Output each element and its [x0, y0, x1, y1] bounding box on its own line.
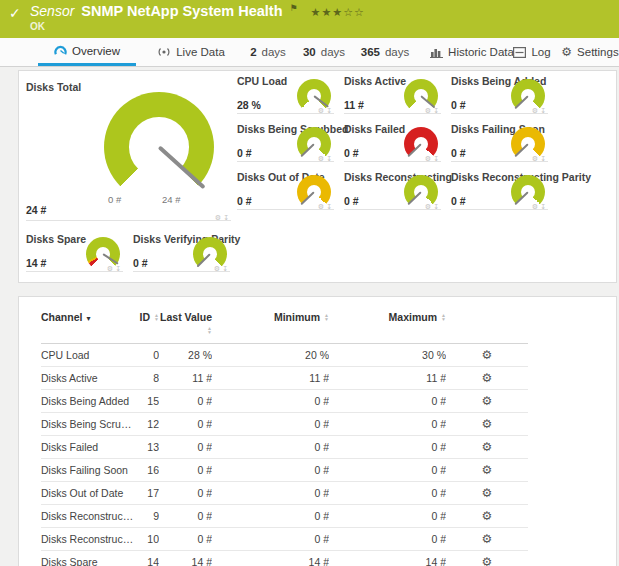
priority-stars[interactable]: ★★★☆☆: [311, 6, 365, 19]
tab-settings[interactable]: ⚙Settings: [562, 38, 618, 66]
sort-icon[interactable]: ▲▼: [441, 313, 446, 322]
pin-icon: ↧: [433, 107, 441, 114]
gauge-panel-cpu-load[interactable]: CPU Load28 %⚙↧: [237, 75, 334, 114]
tab-log[interactable]: Log: [508, 38, 556, 66]
cell-channel[interactable]: Disks Reconstructing: [41, 505, 136, 528]
gauge-title: Disks Total: [26, 81, 231, 93]
cell-channel[interactable]: Disks Reconstructing P...: [41, 528, 136, 551]
pin-icon: ↧: [540, 107, 548, 114]
cell-channel[interactable]: Disks Active: [41, 367, 136, 390]
channel-settings-gear-icon[interactable]: ⚙: [446, 390, 528, 413]
cell-id: 10: [136, 528, 159, 551]
ok-check-icon: ✓: [9, 5, 21, 21]
gauge-panel-disks-being-added[interactable]: Disks Being Added0 #⚙↧: [451, 75, 548, 114]
cell-channel[interactable]: Disks Failed: [41, 436, 136, 459]
channel-settings-gear-icon[interactable]: ⚙: [446, 459, 528, 482]
panel-corner-icons[interactable]: ⚙↧: [215, 214, 231, 222]
panel-corner-icons[interactable]: ⚙↧: [532, 203, 548, 211]
bar-chart-icon: [430, 46, 443, 58]
column-header-channel[interactable]: Channel▾: [41, 309, 136, 344]
pin-icon: ↧: [326, 203, 334, 210]
table-row: Disks Being Scrubbed120 #0 #0 #⚙: [41, 413, 528, 436]
gauge-panel-disks-being-scrubbed[interactable]: Disks Being Scrubbed0 #⚙↧: [237, 123, 334, 162]
gear-icon: ⚙: [318, 203, 326, 210]
gauge-value: 0 #: [237, 195, 252, 207]
panel-corner-icons[interactable]: ⚙↧: [214, 265, 230, 273]
channel-settings-gear-icon[interactable]: ⚙: [446, 413, 528, 436]
cell-id: 13: [136, 436, 159, 459]
gauge-needle: [515, 143, 529, 157]
sensor-kind-label: Sensor: [30, 3, 74, 19]
tab-historic-data[interactable]: Historic Data: [428, 38, 516, 66]
panel-corner-icons[interactable]: ⚙↧: [425, 155, 441, 163]
channel-settings-gear-icon[interactable]: ⚙: [446, 367, 528, 390]
flag-icon[interactable]: ⚑: [290, 3, 298, 13]
gauge-panel-disks-out-of-date[interactable]: Disks Out of Date0 #⚙↧: [237, 171, 334, 210]
channel-settings-gear-icon[interactable]: ⚙: [446, 482, 528, 505]
tab-overview[interactable]: Overview: [38, 38, 136, 66]
tab-bar: OverviewLive Data2days30days365daysHisto…: [0, 38, 619, 67]
panel-corner-icons[interactable]: ⚙↧: [425, 107, 441, 115]
cell-channel[interactable]: Disks Spare: [41, 551, 136, 566]
gear-icon: ⚙: [214, 265, 222, 272]
sensor-title: SNMP NetApp System Health: [81, 3, 282, 19]
gauge-panel-disks-reconstructing[interactable]: Disks Reconstructing0 #⚙↧: [344, 171, 441, 210]
cell-id: 14: [136, 551, 159, 566]
cell-minimum: 0 #: [212, 482, 329, 505]
gauge-value: 0 #: [451, 195, 466, 207]
cell-minimum: 20 %: [212, 344, 329, 367]
gear-icon: ⚙: [318, 107, 326, 114]
gauge-panel-disks-failed[interactable]: Disks Failed0 #⚙↧: [344, 123, 441, 162]
panel-corner-icons[interactable]: ⚙↧: [107, 265, 123, 273]
gauge-value: 0 #: [344, 147, 359, 159]
gauge-panel-disks-verifying-parity[interactable]: Disks Verifying Parity0 #⚙↧: [133, 233, 230, 272]
gear-icon: ⚙: [318, 155, 326, 162]
channel-settings-gear-icon[interactable]: ⚙: [446, 551, 528, 566]
table-row: Disks Failed130 #0 #0 #⚙: [41, 436, 528, 459]
channel-settings-gear-icon[interactable]: ⚙: [446, 528, 528, 551]
panel-corner-icons[interactable]: ⚙↧: [532, 107, 548, 115]
gauges-panel: Disks Total 0 # 24 # 24 # ⚙↧ CPU Load28 …: [18, 70, 617, 283]
panel-corner-icons[interactable]: ⚙↧: [318, 203, 334, 211]
tab-live-data[interactable]: Live Data: [148, 38, 234, 66]
channel-settings-gear-icon[interactable]: ⚙: [446, 505, 528, 528]
gear-icon: ⚙: [425, 203, 433, 210]
channel-settings-gear-icon[interactable]: ⚙: [446, 344, 528, 367]
panel-corner-icons[interactable]: ⚙↧: [532, 155, 548, 163]
table-row: CPU Load028 %20 %30 %⚙: [41, 344, 528, 367]
cell-channel[interactable]: Disks Being Scrubbed: [41, 413, 136, 436]
cell-channel[interactable]: Disks Being Added: [41, 390, 136, 413]
panel-corner-icons[interactable]: ⚙↧: [318, 107, 334, 115]
gauge-panel-disks-reconstructing-parity[interactable]: Disks Reconstructing Parity0 #⚙↧: [451, 171, 548, 210]
sort-icon[interactable]: ▲▼: [154, 313, 159, 322]
cell-id: 0: [136, 344, 159, 367]
channel-settings-gear-icon[interactable]: ⚙: [446, 436, 528, 459]
disks-total-gauge: [104, 92, 214, 202]
cell-channel[interactable]: CPU Load: [41, 344, 136, 367]
gauge-needle: [158, 146, 206, 189]
gauge-panel-disks-total[interactable]: Disks Total 0 # 24 # 24 # ⚙↧: [26, 81, 231, 221]
gauge-panel-disks-failing-soon[interactable]: Disks Failing Soon0 #⚙↧: [451, 123, 548, 162]
column-header-id[interactable]: ID▲▼: [136, 309, 159, 344]
cell-minimum: 0 #: [212, 459, 329, 482]
sort-icon[interactable]: ▲▼: [324, 313, 329, 322]
column-header-last-value[interactable]: Last Value▲▼: [159, 309, 212, 344]
gear-icon: ⚙: [107, 265, 115, 272]
column-header-minimum[interactable]: Minimum▲▼: [212, 309, 329, 344]
tab-days[interactable]: 2days: [246, 38, 290, 66]
cell-last-value: 0 #: [159, 482, 212, 505]
panel-corner-icons[interactable]: ⚙↧: [425, 203, 441, 211]
tab-days[interactable]: 30days: [297, 38, 351, 66]
tab-days[interactable]: 365days: [352, 38, 418, 66]
cell-last-value: 14 #: [159, 551, 212, 566]
gauge-panel-disks-active[interactable]: Disks Active11 #⚙↧: [344, 75, 441, 114]
sort-icon[interactable]: ▲▼: [207, 326, 212, 335]
gauge-panel-disks-spare[interactable]: Disks Spare14 #⚙↧: [26, 233, 123, 272]
gear-icon: ⚙: [425, 107, 433, 114]
panel-corner-icons[interactable]: ⚙↧: [318, 155, 334, 163]
column-header-maximum[interactable]: Maximum▲▼: [329, 309, 446, 344]
cell-channel[interactable]: Disks Out of Date: [41, 482, 136, 505]
cell-channel[interactable]: Disks Failing Soon: [41, 459, 136, 482]
cell-last-value: 11 #: [159, 367, 212, 390]
gear-icon: ⚙: [425, 155, 433, 162]
